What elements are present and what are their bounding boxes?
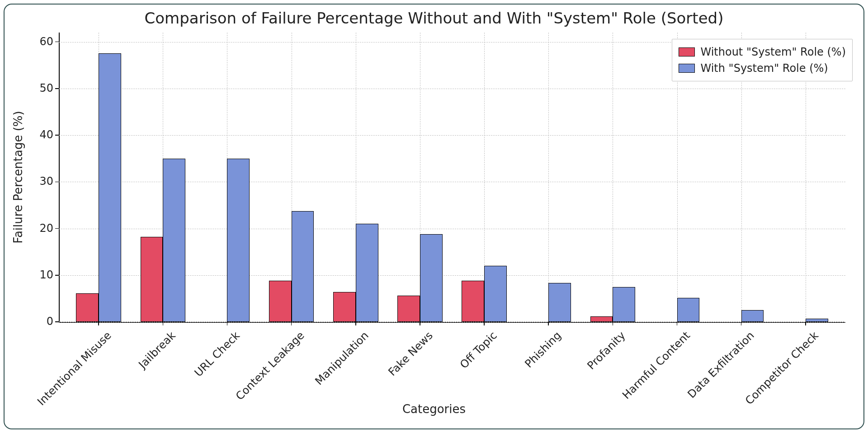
xtick-mark bbox=[805, 322, 806, 325]
xtick-mark bbox=[420, 322, 420, 325]
bar-without bbox=[462, 281, 484, 322]
bar-without bbox=[333, 292, 356, 322]
gridline-h bbox=[59, 322, 845, 322]
legend-label-without: Without "System" Role (%) bbox=[700, 44, 846, 60]
bar-with bbox=[484, 266, 507, 322]
xtick-mark bbox=[613, 322, 613, 325]
xtick-mark bbox=[484, 322, 485, 325]
bar-without bbox=[141, 237, 163, 322]
legend-item-with: With "System" Role (%) bbox=[679, 60, 846, 76]
y-axis-label: Failure Percentage (%) bbox=[11, 111, 25, 243]
bar-without bbox=[76, 293, 99, 322]
xtick-mark bbox=[291, 322, 292, 325]
legend-swatch-without bbox=[679, 47, 695, 56]
ytick-mark bbox=[55, 275, 59, 276]
ytick-label: 40 bbox=[32, 128, 53, 141]
xtick-mark bbox=[741, 322, 742, 325]
ytick-label: 30 bbox=[32, 175, 53, 188]
bar-with bbox=[420, 234, 443, 322]
gridline-v bbox=[548, 33, 549, 322]
gridline-h bbox=[59, 89, 845, 89]
ytick-label: 50 bbox=[32, 82, 53, 94]
bar-with bbox=[548, 283, 571, 322]
xtick-mark bbox=[98, 322, 99, 325]
ytick-label: 0 bbox=[32, 315, 53, 328]
xtick-mark bbox=[163, 322, 164, 325]
bar-with bbox=[806, 319, 828, 322]
chart-frame: Comparison of Failure Percentage Without… bbox=[4, 4, 864, 429]
ytick-mark bbox=[55, 88, 59, 89]
bar-without bbox=[397, 296, 420, 322]
gridline-v bbox=[613, 33, 613, 322]
legend-swatch-with bbox=[679, 64, 695, 73]
legend-item-without: Without "System" Role (%) bbox=[679, 44, 846, 60]
ytick-mark bbox=[55, 321, 59, 322]
ytick-label: 10 bbox=[32, 268, 53, 281]
y-axis-line bbox=[59, 33, 60, 322]
bar-without bbox=[269, 281, 292, 322]
bar-with bbox=[613, 287, 635, 322]
ytick-mark bbox=[55, 42, 59, 42]
bar-with bbox=[99, 53, 121, 322]
ytick-label: 60 bbox=[32, 35, 53, 48]
chart-title: Comparison of Failure Percentage Without… bbox=[5, 9, 863, 27]
bar-with bbox=[292, 211, 314, 322]
bar-with bbox=[741, 310, 764, 322]
bar-with bbox=[227, 159, 250, 322]
x-axis-label: Categories bbox=[5, 402, 863, 416]
xtick-mark bbox=[548, 322, 549, 325]
ytick-mark bbox=[55, 135, 59, 136]
xtick-mark bbox=[677, 322, 678, 325]
xtick-mark bbox=[355, 322, 356, 325]
ytick-label: 20 bbox=[32, 222, 53, 235]
ytick-mark bbox=[55, 182, 59, 183]
bar-with bbox=[356, 224, 378, 322]
bar-with bbox=[163, 159, 185, 322]
xtick-mark bbox=[227, 322, 228, 325]
bar-without bbox=[590, 316, 613, 322]
bar-with bbox=[677, 298, 700, 322]
gridline-h bbox=[59, 135, 845, 136]
legend: Without "System" Role (%) With "System" … bbox=[672, 39, 853, 81]
ytick-mark bbox=[55, 228, 59, 229]
legend-label-with: With "System" Role (%) bbox=[700, 60, 828, 76]
